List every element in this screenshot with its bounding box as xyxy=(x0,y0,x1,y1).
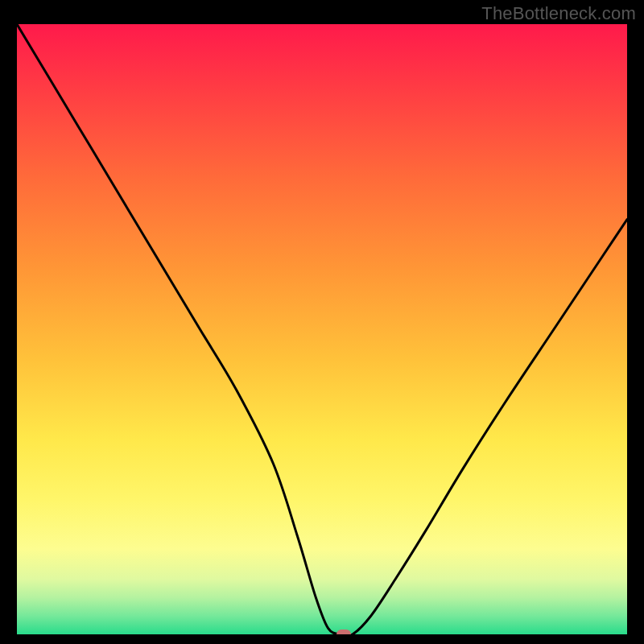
chart-frame: TheBottleneck.com xyxy=(0,0,644,644)
minimum-marker xyxy=(336,630,351,634)
bottleneck-curve xyxy=(17,24,627,634)
curve-path xyxy=(17,24,627,634)
watermark-text: TheBottleneck.com xyxy=(481,3,636,24)
plot-area xyxy=(17,24,627,634)
